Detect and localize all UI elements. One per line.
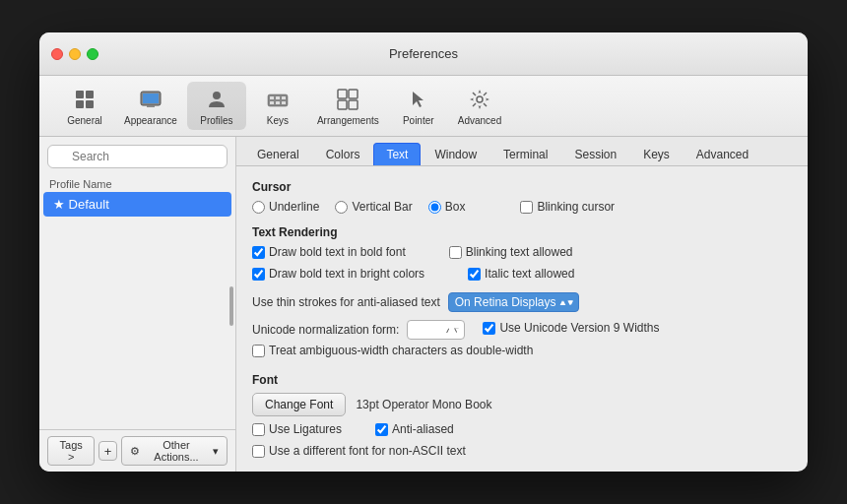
content-area: Profile Name ★ Default Tags > + ⚙ Other … <box>39 137 808 472</box>
window-title: Preferences <box>389 46 458 61</box>
use-ligatures-label: Use Ligatures <box>269 422 342 436</box>
change-font-button[interactable]: Change Font <box>252 393 346 416</box>
search-input[interactable] <box>47 145 228 168</box>
unicode-label: Unicode normalization form: <box>252 323 399 337</box>
svg-rect-3 <box>86 100 94 108</box>
tab-session[interactable]: Session <box>561 143 629 165</box>
svg-rect-6 <box>147 105 155 107</box>
use-ligatures-option[interactable]: Use Ligatures <box>252 422 342 436</box>
font-options-row: Use Ligatures Anti-aliased <box>252 422 792 440</box>
cursor-vertical-bar-option[interactable]: Vertical Bar <box>335 200 412 214</box>
cursor-box-radio[interactable] <box>428 201 441 214</box>
blinking-cursor-checkbox[interactable] <box>520 201 533 214</box>
unicode-select[interactable]: None NFC NFD <box>407 320 465 340</box>
font-section: Font Change Font 13pt Operator Mono Book… <box>252 373 792 458</box>
italic-text-option[interactable]: Italic text allowed <box>468 267 574 281</box>
thin-strokes-select[interactable]: On Retina Displays Always Never <box>448 292 579 312</box>
use-ligatures-checkbox[interactable] <box>252 423 265 436</box>
toolbar-advanced[interactable]: Advanced <box>450 82 509 130</box>
cursor-underline-option[interactable]: Underline <box>252 200 319 214</box>
scrollbar-handle[interactable] <box>229 286 233 326</box>
draw-bold-bright-option[interactable]: Draw bold text in bright colors <box>252 267 424 281</box>
svg-rect-17 <box>338 100 347 109</box>
italic-text-label: Italic text allowed <box>485 267 574 281</box>
cursor-box-label: Box <box>445 200 466 214</box>
treat-ambiguous-option[interactable]: Treat ambiguous-width characters as doub… <box>252 344 533 357</box>
tags-button[interactable]: Tags > <box>47 436 95 466</box>
font-section-title: Font <box>252 373 792 387</box>
cursor-vertical-bar-radio[interactable] <box>335 201 348 214</box>
different-font-label: Use a different font for non-ASCII text <box>269 444 466 458</box>
svg-rect-15 <box>338 90 347 98</box>
different-font-option[interactable]: Use a different font for non-ASCII text <box>252 444 792 458</box>
italic-text-checkbox[interactable] <box>468 268 481 281</box>
draw-bold-bold-option[interactable]: Draw bold text in bold font <box>252 245 406 259</box>
maximize-button[interactable] <box>87 48 98 60</box>
svg-rect-13 <box>276 101 280 104</box>
blinking-text-checkbox[interactable] <box>449 246 462 259</box>
toolbar-general[interactable]: General <box>55 82 114 130</box>
close-button[interactable] <box>51 48 63 60</box>
svg-rect-11 <box>282 96 286 99</box>
profile-item-default[interactable]: ★ Default <box>43 192 231 217</box>
tab-general[interactable]: General <box>244 143 312 165</box>
tab-colors[interactable]: Colors <box>313 143 373 165</box>
advanced-label: Advanced <box>458 115 501 126</box>
anti-aliased-label: Anti-aliased <box>392 422 454 436</box>
blinking-text-option[interactable]: Blinking text allowed <box>449 245 573 259</box>
minimize-button[interactable] <box>69 48 81 60</box>
blinking-text-label: Blinking text allowed <box>466 245 573 259</box>
keys-icon <box>264 86 292 113</box>
svg-rect-2 <box>76 100 84 108</box>
treat-ambiguous-checkbox[interactable] <box>252 345 265 357</box>
svg-rect-12 <box>270 101 274 104</box>
toolbar-profiles[interactable]: Profiles <box>187 82 246 130</box>
toolbar-keys[interactable]: Keys <box>248 82 307 130</box>
toolbar-pointer[interactable]: Pointer <box>389 82 448 130</box>
tab-terminal[interactable]: Terminal <box>490 143 560 165</box>
treat-ambiguous-row: Treat ambiguous-width characters as doub… <box>252 344 792 361</box>
anti-aliased-checkbox[interactable] <box>375 423 388 436</box>
svg-rect-5 <box>143 94 159 103</box>
text-rendering-row2: Draw bold text in bright colors Italic t… <box>252 267 792 284</box>
svg-rect-10 <box>276 96 280 99</box>
general-label: General <box>67 115 102 126</box>
tab-window[interactable]: Window <box>422 143 489 165</box>
cursor-section-title: Cursor <box>252 180 792 194</box>
toolbar-arrangements[interactable]: Arrangements <box>309 82 387 130</box>
cursor-radio-group: Underline Vertical Bar Box Blinking curs… <box>252 200 792 214</box>
appearance-label: Appearance <box>124 115 177 126</box>
svg-rect-9 <box>270 96 274 99</box>
toolbar-appearance[interactable]: Appearance <box>116 82 185 130</box>
svg-rect-18 <box>349 100 358 109</box>
cursor-box-option[interactable]: Box <box>428 200 466 214</box>
anti-aliased-option[interactable]: Anti-aliased <box>375 422 454 436</box>
use-unicode-widths-option[interactable]: Use Unicode Version 9 Widths <box>483 321 659 335</box>
preferences-window: Preferences General Ap <box>39 32 808 472</box>
other-actions-button[interactable]: ⚙ Other Actions... ▾ <box>121 436 228 466</box>
pointer-label: Pointer <box>403 115 434 126</box>
add-profile-button[interactable]: + <box>98 441 117 461</box>
draw-bold-bright-label: Draw bold text in bright colors <box>269 267 424 281</box>
profiles-icon <box>203 86 230 113</box>
advanced-icon <box>466 86 493 113</box>
svg-rect-16 <box>349 90 358 98</box>
tab-advanced[interactable]: Advanced <box>684 143 761 165</box>
draw-bold-bright-checkbox[interactable] <box>252 268 265 281</box>
tab-keys[interactable]: Keys <box>630 143 683 165</box>
toolbar: General Appearance Profiles <box>39 76 808 137</box>
unicode-select-wrapper: None NFC NFD ▲▼ <box>407 320 465 340</box>
sidebar-footer: Tags > + ⚙ Other Actions... ▾ <box>39 429 235 472</box>
thin-strokes-label: Use thin strokes for anti-aliased text <box>252 295 440 309</box>
tab-bar: General Colors Text Window Terminal Sess… <box>236 137 808 166</box>
tab-text[interactable]: Text <box>373 143 421 165</box>
use-unicode-widths-checkbox[interactable] <box>483 322 495 335</box>
profiles-label: Profiles <box>200 115 232 126</box>
blinking-cursor-option[interactable]: Blinking cursor <box>520 200 615 214</box>
unicode-row: Unicode normalization form: None NFC NFD… <box>252 320 792 340</box>
different-font-checkbox[interactable] <box>252 445 265 458</box>
profile-name-default: ★ Default <box>53 197 109 212</box>
cursor-underline-radio[interactable] <box>252 201 265 214</box>
draw-bold-bold-checkbox[interactable] <box>252 246 265 259</box>
search-bar <box>39 137 235 176</box>
